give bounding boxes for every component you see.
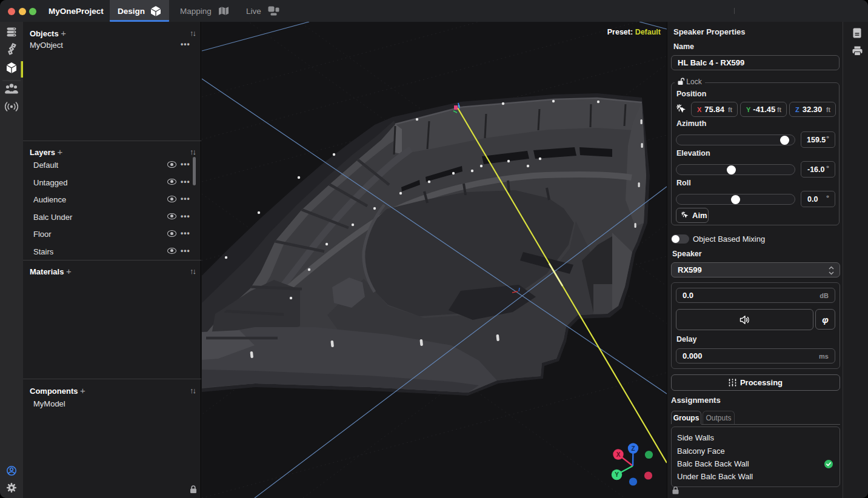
svg-text:X: X	[616, 451, 621, 458]
svg-text:Y: Y	[615, 471, 619, 478]
svg-text:Z: Z	[631, 445, 635, 452]
